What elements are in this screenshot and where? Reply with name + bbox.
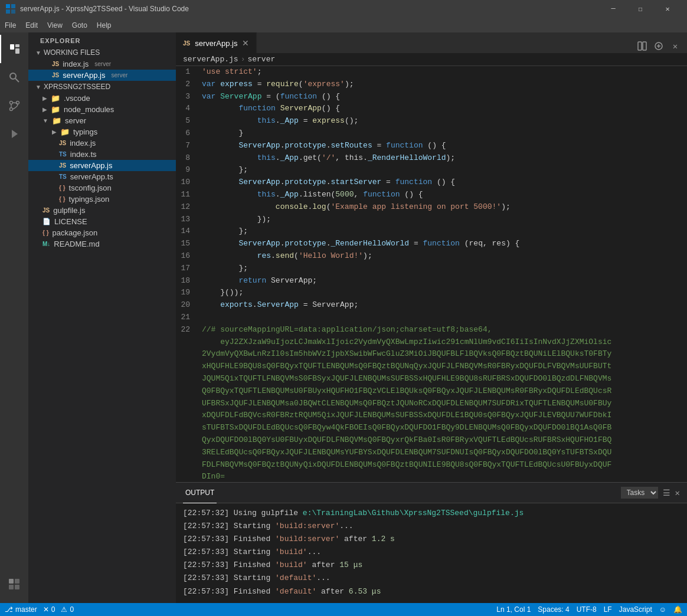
- breadcrumb-context: server: [247, 55, 275, 64]
- extensions-activity-icon[interactable]: [0, 570, 28, 598]
- status-line-ending[interactable]: LF: [604, 605, 612, 614]
- status-encoding-text: UTF-8: [577, 605, 597, 614]
- sidebar-item-serverapp-js-working[interactable]: JS serverApp.js server: [28, 70, 176, 81]
- breadcrumb-filename: serverApp.js: [183, 55, 238, 64]
- output-task-select[interactable]: Tasks: [621, 487, 658, 499]
- tab-serverapp-js[interactable]: JS serverApp.js ✕: [176, 32, 257, 53]
- folder-name-node: node_modules: [64, 105, 114, 114]
- tab-badge-js: JS: [183, 40, 190, 47]
- status-spaces-text: Spaces: 4: [538, 605, 569, 614]
- sidebar-item-serverapp-ts[interactable]: TS serverApp.ts: [28, 171, 176, 182]
- tree-filename-license: LICENSE: [54, 217, 87, 226]
- line-content-18: return ServerApp;: [199, 275, 687, 287]
- menu-help[interactable]: Help: [92, 18, 116, 32]
- folder-icon-vscode: 📁: [51, 94, 60, 103]
- svg-rect-6: [15, 48, 19, 54]
- output-text-3b: after: [339, 535, 372, 543]
- menu-file[interactable]: File: [0, 18, 21, 32]
- folder-arrow-typings: ▶: [52, 129, 57, 135]
- maximize-button[interactable]: ☐: [627, 0, 654, 18]
- output-close-button[interactable]: ✕: [675, 488, 680, 498]
- sidebar-item-license[interactable]: 📄 LICENSE: [28, 216, 176, 227]
- status-git-branch[interactable]: ⎇ master: [5, 605, 37, 614]
- line-num-15: 15: [176, 238, 199, 250]
- sidebar-header: EXPLORER: [28, 32, 176, 47]
- line-content-21: [199, 312, 687, 324]
- line-content-5: this._App = express();: [199, 115, 687, 127]
- sidebar-item-vscode[interactable]: ▶ 📁 .vscode: [28, 93, 176, 104]
- sidebar-item-node-modules[interactable]: ▶ 📁 node_modules: [28, 104, 176, 115]
- close-button[interactable]: ✕: [654, 0, 681, 18]
- project-header[interactable]: ▼ XPRSSNG2TSSEED: [28, 81, 176, 93]
- status-language[interactable]: JavaScript: [619, 605, 652, 614]
- svg-rect-5: [15, 44, 19, 47]
- sidebar-item-typings-json[interactable]: { } typings.json: [28, 194, 176, 205]
- js-badge-index: JS: [52, 61, 59, 67]
- line-content-12: console.log('Example app listening on po…: [199, 201, 687, 214]
- code-line-1: 1 'use strict';: [176, 66, 687, 78]
- svg-rect-16: [9, 585, 14, 589]
- code-line-6: 6 }: [176, 127, 687, 140]
- js-badge-serverapp: JS: [52, 72, 59, 78]
- status-right: Ln 1, Col 1 Spaces: 4 UTF-8 LF JavaScrip…: [496, 605, 682, 614]
- line-num-19: 19: [176, 287, 199, 299]
- status-position-text: Ln 1, Col 1: [496, 605, 531, 614]
- git-activity-icon[interactable]: [0, 91, 28, 120]
- sidebar-item-package-json[interactable]: { } package.json: [28, 227, 176, 238]
- open-changes-button[interactable]: [652, 39, 666, 53]
- tab-filename: serverApp.js: [195, 39, 237, 48]
- svg-rect-17: [15, 585, 19, 589]
- breadcrumb-sep: ›: [241, 55, 246, 64]
- split-editor-button[interactable]: [635, 39, 649, 53]
- code-line-2: 2 var express = require('express');: [176, 78, 687, 91]
- json-badge-package: { }: [42, 230, 49, 236]
- output-text-7b: after: [316, 587, 349, 596]
- status-feedback[interactable]: ☺: [659, 605, 666, 614]
- output-tab[interactable]: OUTPUT: [183, 483, 217, 503]
- sidebar-item-typings-folder[interactable]: ▶ 📁 typings: [28, 126, 176, 137]
- menu-edit[interactable]: Edit: [21, 18, 42, 32]
- menu-goto[interactable]: Goto: [67, 18, 92, 32]
- line-num-11: 11: [176, 189, 199, 201]
- status-errors[interactable]: ✕ 0: [43, 605, 55, 614]
- line-num-20: 20: [176, 299, 199, 312]
- code-area-wrapper: 1 'use strict'; 2 var express = require(…: [176, 66, 687, 482]
- status-warnings[interactable]: ⚠ 0: [61, 605, 74, 614]
- sidebar-item-index-js-tree[interactable]: JS index.js: [28, 137, 176, 149]
- minimize-button[interactable]: ─: [600, 0, 627, 18]
- sidebar-item-index-ts[interactable]: TS index.ts: [28, 149, 176, 160]
- sidebar-item-server-folder[interactable]: ▼ 📁 server: [28, 115, 176, 126]
- explorer-activity-icon[interactable]: [0, 35, 28, 63]
- code-line-13: 13 });: [176, 214, 687, 226]
- output-task-5: 'build': [275, 561, 307, 569]
- line-content-15: ServerApp.prototype._RenderHelloWorld = …: [199, 238, 687, 250]
- code-editor[interactable]: 1 'use strict'; 2 var express = require(…: [176, 66, 687, 482]
- line-num-21: 21: [176, 312, 199, 324]
- sidebar-item-serverapp-js-tree[interactable]: JS serverApp.js: [28, 160, 176, 171]
- menu-view[interactable]: View: [42, 18, 67, 32]
- output-list-button[interactable]: ☰: [663, 488, 670, 498]
- status-encoding[interactable]: UTF-8: [577, 605, 597, 614]
- close-editor-button[interactable]: ✕: [668, 39, 682, 53]
- search-activity-icon[interactable]: [0, 63, 28, 91]
- status-spaces[interactable]: Spaces: 4: [538, 605, 569, 614]
- tab-close-button[interactable]: ✕: [242, 38, 249, 48]
- feedback-icon: ☺: [659, 605, 666, 614]
- status-position[interactable]: Ln 1, Col 1: [496, 605, 531, 614]
- status-bell[interactable]: 🔔: [673, 605, 682, 614]
- code-line-17: 17 };: [176, 263, 687, 275]
- debug-activity-icon[interactable]: [0, 120, 28, 148]
- working-files-header[interactable]: ▼ WORKING FILES: [28, 47, 176, 58]
- line-num-16: 16: [176, 250, 199, 263]
- code-line-11: 11 this._App.listen(5000, function () {: [176, 189, 687, 201]
- svg-point-10: [10, 108, 13, 111]
- sidebar-item-index-js[interactable]: JS index.js server: [28, 58, 176, 70]
- sidebar-item-readme[interactable]: M↓ README.md: [28, 238, 176, 250]
- activity-bottom: [0, 570, 28, 598]
- error-count: 0: [51, 605, 55, 614]
- sidebar-item-gulpfile[interactable]: JS gulpfile.js: [28, 205, 176, 216]
- error-icon: ✕: [43, 605, 49, 614]
- json-badge-typings: { }: [59, 196, 66, 202]
- sidebar-item-tsconfig[interactable]: { } tsconfig.json: [28, 182, 176, 194]
- output-text-5b: after: [307, 561, 340, 569]
